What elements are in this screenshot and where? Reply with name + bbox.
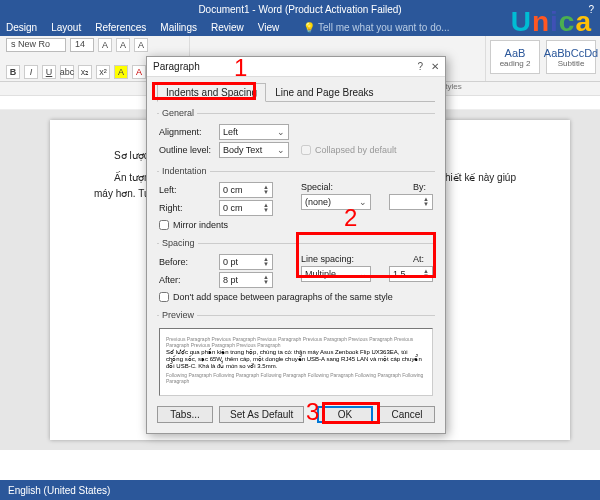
ribbon-tabs: Design Layout References Mailings Review… [0,18,600,36]
statusbar: English (United States) [0,480,600,500]
dialog-titlebar[interactable]: Paragraph ?✕ [147,57,445,77]
tab-design[interactable]: Design [6,22,37,33]
cancel-button[interactable]: Cancel [379,406,435,423]
dialog-title: Paragraph [153,61,200,72]
clear-format-button[interactable]: A [134,38,148,52]
font-name-combo[interactable]: s New Ro [6,38,66,52]
tab-review[interactable]: Review [211,22,244,33]
line-spacing-select[interactable]: Multiple [301,266,371,282]
preview-box: Previous Paragraph Previous Paragraph Pr… [159,328,433,396]
italic-button[interactable]: I [24,65,38,79]
paragraph-dialog: Paragraph ?✕ Indents and Spacing Line an… [146,56,446,434]
outline-select[interactable]: Body Text [219,142,289,158]
highlight-button[interactable]: A [114,65,128,79]
general-group: General Alignment: Left Outline level: B… [157,108,435,162]
no-add-space-checkbox[interactable] [159,292,169,302]
outline-label: Outline level: [159,145,215,155]
spacing-group: Spacing Before:0 pt▲▼ After:8 pt▲▼ Line … [157,238,435,306]
indent-right-spinner[interactable]: 0 cm▲▼ [219,200,273,216]
collapsed-checkbox [301,145,311,155]
font-size-combo[interactable]: 14 [70,38,94,52]
shrink-font-button[interactable]: A [116,38,130,52]
grow-font-button[interactable]: A [98,38,112,52]
annotation-number-2: 2 [344,204,357,232]
before-spinner[interactable]: 0 pt▲▼ [219,254,273,270]
title-text: Document1 - Word (Product Activation Fai… [198,4,401,15]
ok-button[interactable]: OK [317,406,373,423]
indentation-group: Indentation Left:0 cm▲▼ Right:0 cm▲▼ Spe… [157,166,435,234]
superscript-button[interactable]: x² [96,65,110,79]
status-language[interactable]: English (United States) [8,485,110,496]
tabs-button[interactable]: Tabs... [157,406,213,423]
help-icon[interactable]: ? [588,4,594,15]
annotation-number-3: 3 [306,398,319,426]
after-spinner[interactable]: 8 pt▲▼ [219,272,273,288]
font-color-button[interactable]: A [132,65,146,79]
annotation-number-1: 1 [234,54,247,82]
alignment-select[interactable]: Left [219,124,289,140]
dialog-tabs: Indents and Spacing Line and Page Breaks [157,83,435,102]
titlebar: Document1 - Word (Product Activation Fai… [0,0,600,18]
by-spinner[interactable]: ▲▼ [389,194,433,210]
dialog-close-icon[interactable]: ✕ [431,61,439,72]
tab-mailings[interactable]: Mailings [160,22,197,33]
tab-view[interactable]: View [258,22,280,33]
mirror-indents-checkbox[interactable] [159,220,169,230]
underline-button[interactable]: U [42,65,56,79]
tab-references[interactable]: References [95,22,146,33]
style-subtitle[interactable]: AaBbCcDdSubtitle [546,40,596,74]
indent-left-spinner[interactable]: 0 cm▲▼ [219,182,273,198]
tab-line-page-breaks[interactable]: Line and Page Breaks [266,83,382,101]
dialog-help-icon[interactable]: ? [417,61,423,72]
alignment-label: Alignment: [159,127,215,137]
special-select[interactable]: (none) [301,194,371,210]
tab-indents-spacing[interactable]: Indents and Spacing [157,83,266,102]
strike-button[interactable]: abc [60,65,74,79]
styles-gallery[interactable]: AaBeading 2 AaBbCcDdSubtitle [486,36,600,81]
style-heading2[interactable]: AaBeading 2 [490,40,540,74]
subscript-button[interactable]: x₂ [78,65,92,79]
preview-group: Preview Previous Paragraph Previous Para… [157,310,435,398]
set-default-button[interactable]: Set As Default [219,406,304,423]
tell-me-search[interactable]: Tell me what you want to do... [303,22,449,33]
at-spinner[interactable]: 1.5▲▼ [389,266,433,282]
tab-layout[interactable]: Layout [51,22,81,33]
bold-button[interactable]: B [6,65,20,79]
